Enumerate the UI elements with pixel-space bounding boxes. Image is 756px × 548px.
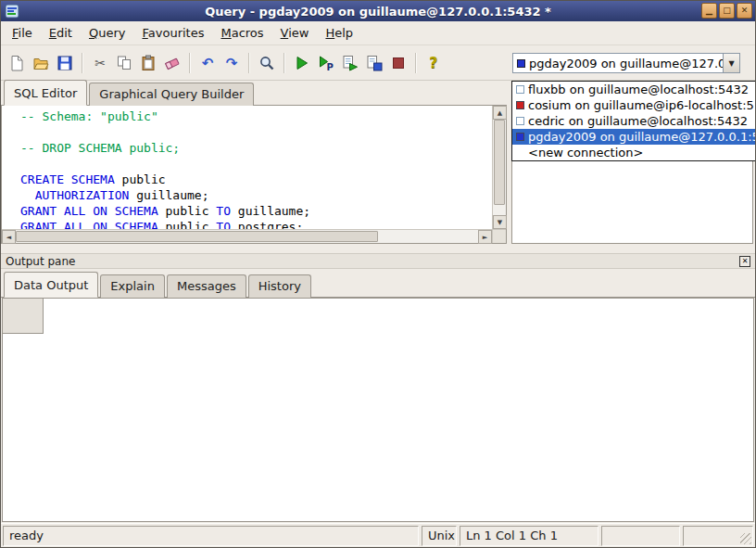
execute-query-button[interactable] [290, 51, 314, 75]
toolbar-separator [248, 53, 250, 73]
scrollbar-thumb[interactable] [16, 231, 378, 242]
connection-status-icon [516, 133, 524, 141]
close-button[interactable]: ✕ [737, 3, 752, 19]
connection-status-icon [516, 85, 524, 94]
connection-status-icon [517, 59, 525, 68]
connection-dropdown: fluxbb on guillaume@localhost:5432cosium… [511, 81, 756, 161]
statusbar-empty-cell [683, 526, 753, 546]
connection-combo-value: pgday2009 on guillaume@127.0 [529, 57, 723, 70]
output-pane-title: Output pane [6, 255, 75, 268]
sql-editor-pane: SQL EditorGraphical Query Builder -- Sch… [1, 81, 507, 244]
save-icon [57, 55, 73, 71]
query-to-file-icon [366, 55, 383, 71]
data-output-grid[interactable] [2, 298, 754, 522]
close-icon: ✕ [742, 257, 749, 265]
scrollbar-thumb[interactable] [494, 120, 505, 205]
editor-tabs: SQL EditorGraphical Query Builder [1, 81, 507, 106]
menu-query[interactable]: Query [81, 21, 134, 45]
toolbar-buttons: ✂↶↷P? [5, 51, 446, 75]
new-document-icon [8, 55, 25, 71]
scrollbar-corner [492, 229, 506, 243]
explain-query-icon [342, 55, 359, 71]
menu-view[interactable]: View [272, 21, 318, 45]
window-title: Query - pgday2009 on guillaume@127.0.0.1… [1, 5, 755, 19]
cut-button[interactable]: ✂ [88, 51, 112, 75]
tab-history[interactable]: History [248, 274, 311, 298]
menu-file[interactable]: File [4, 21, 41, 45]
editor-vertical-scrollbar[interactable]: ▲ ▼ [492, 106, 506, 229]
output-pane: Output pane ✕ Data OutputExplainMessages… [1, 253, 755, 523]
clear-window-button[interactable] [160, 51, 184, 75]
connection-combo[interactable]: pgday2009 on guillaume@127.0 ▼ [512, 53, 740, 73]
tab-sql-editor[interactable]: SQL Editor [4, 80, 87, 106]
combo-dropdown-button[interactable]: ▼ [723, 54, 739, 72]
execute-query-icon [294, 55, 310, 71]
output-pane-close-button[interactable]: ✕ [739, 256, 750, 267]
cancel-query-button[interactable] [386, 51, 410, 75]
minimize-button[interactable]: ▁ [701, 3, 717, 19]
maximize-button[interactable]: □ [719, 3, 735, 19]
output-pane-header: Output pane ✕ [1, 253, 755, 269]
redo-button[interactable]: ↷ [220, 51, 244, 75]
save-button[interactable] [53, 51, 77, 75]
scrollbar-track[interactable] [378, 230, 478, 243]
connection-option[interactable]: pgday2009 on guillaume@127.0.0.1:5 [512, 129, 756, 145]
help-button[interactable]: ? [422, 51, 446, 75]
connection-status-icon [516, 101, 524, 109]
help-icon: ? [425, 55, 442, 71]
chevron-down-icon: ▼ [728, 59, 734, 68]
editor-line: AUTHORIZATION guillaume; [20, 187, 490, 203]
connection-option-label: cosium on guillaume@ip6-localhost:5 [528, 98, 754, 112]
connection-option-label: pgday2009 on guillaume@127.0.0.1:5 [528, 130, 756, 144]
statusbar: ready Unix Ln 1 Col 1 Ch 1 [1, 523, 755, 548]
menu-edit[interactable]: Edit [41, 21, 81, 45]
open-file-icon [32, 55, 49, 71]
tab-graphical-query-builder[interactable]: Graphical Query Builder [89, 83, 254, 106]
new-document-button[interactable] [5, 51, 29, 75]
editor-line: -- DROP SCHEMA public; [20, 140, 490, 156]
scroll-down-arrow[interactable]: ▼ [493, 215, 507, 229]
cancel-query-icon [390, 55, 407, 71]
paste-icon [140, 55, 157, 71]
toolbar-separator [189, 53, 191, 73]
tab-explain[interactable]: Explain [100, 274, 165, 298]
toolbar: ✂↶↷P? pgday2009 on guillaume@127.0 ▼ [1, 45, 755, 81]
find-icon [258, 55, 275, 71]
connection-option[interactable]: cosium on guillaume@ip6-localhost:5 [512, 97, 756, 113]
menubar: FileEditQueryFavouritesMacrosViewHelp [1, 21, 755, 45]
connection-option[interactable]: fluxbb on guillaume@localhost:5432 [512, 82, 756, 97]
menu-help[interactable]: Help [317, 21, 361, 45]
toolbar-separator [82, 53, 83, 73]
explain-query-button[interactable] [338, 51, 362, 75]
menu-favourites[interactable]: Favourites [133, 21, 212, 45]
menu-macros[interactable]: Macros [212, 21, 271, 45]
undo-button[interactable]: ↶ [195, 51, 220, 75]
connection-option[interactable]: <new connection> [512, 145, 756, 160]
editor-line: -- Schema: "public" [20, 108, 490, 124]
app-icon [5, 4, 19, 19]
editor-horizontal-scrollbar[interactable]: ◄ ► [2, 229, 492, 243]
scroll-left-arrow[interactable]: ◄ [2, 230, 16, 244]
open-file-button[interactable] [29, 51, 53, 75]
editor-line: GRANT ALL ON SCHEMA public TO postgres; [20, 219, 490, 229]
toolbar-separator [415, 53, 417, 73]
query-to-file-button[interactable] [362, 51, 386, 75]
output-tabs: Data OutputExplainMessagesHistory [1, 269, 755, 298]
connection-option-label: cedric on guillaume@localhost:5432 [528, 114, 748, 128]
scroll-up-arrow[interactable]: ▲ [493, 106, 507, 120]
scrollbar-track[interactable] [493, 205, 506, 215]
find-button[interactable] [255, 51, 279, 75]
tab-messages[interactable]: Messages [167, 274, 246, 298]
sql-editor-content[interactable]: -- Schema: "public" -- DROP SCHEMA publi… [2, 106, 492, 229]
paste-button[interactable] [136, 51, 160, 75]
tab-data-output[interactable]: Data Output [4, 272, 98, 298]
execute-pgscript-button[interactable]: P [314, 51, 338, 75]
statusbar-empty-cell [601, 526, 680, 546]
horizontal-splitter[interactable] [1, 244, 755, 253]
connection-option[interactable]: cedric on guillaume@localhost:5432 [512, 113, 756, 129]
scroll-right-arrow[interactable]: ► [478, 230, 492, 244]
copy-button[interactable] [112, 51, 136, 75]
editor-line: CREATE SCHEMA public [20, 172, 490, 187]
sql-editor[interactable]: -- Schema: "public" -- DROP SCHEMA publi… [1, 106, 507, 244]
titlebar[interactable]: Query - pgday2009 on guillaume@127.0.0.1… [1, 1, 755, 21]
